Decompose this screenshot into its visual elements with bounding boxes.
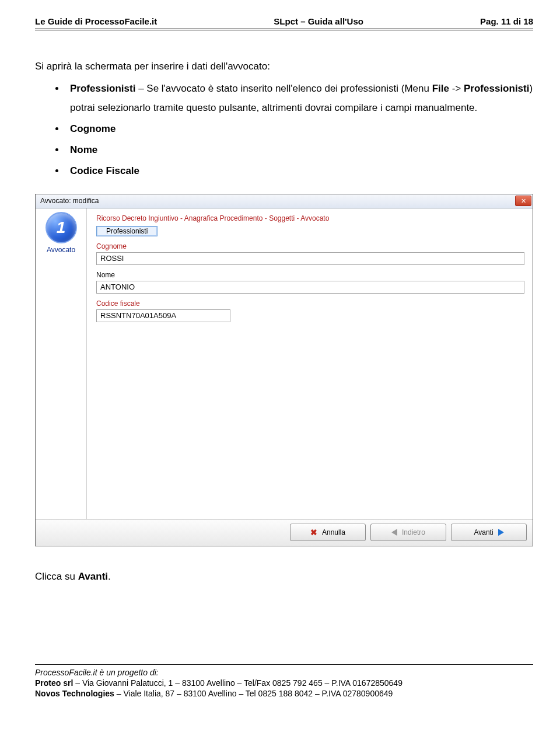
intro-text: Si aprirà la schermata per inserire i da… — [35, 57, 533, 76]
label-nome: Nome — [96, 271, 524, 279]
rule — [35, 29, 533, 29]
x-icon: ✖ — [310, 528, 317, 537]
step-sidebar: 1 Avvocato — [36, 208, 87, 519]
rule — [35, 30, 533, 30]
rule — [35, 664, 533, 665]
bullet-cognome: Cognome — [65, 120, 533, 138]
next-button[interactable]: Avanti — [451, 524, 527, 541]
page-footer: ProcessoFacile.it è un progetto di: Prot… — [35, 667, 533, 699]
after-text: Clicca su Avanti. — [35, 571, 533, 583]
input-cf[interactable] — [96, 309, 230, 322]
step-indicator: 1 — [46, 212, 77, 243]
input-cognome[interactable] — [96, 252, 524, 265]
page-header: Le Guide di ProcessoFacile.it SLpct – Gu… — [35, 16, 533, 27]
header-left: Le Guide di ProcessoFacile.it — [35, 16, 157, 26]
dialog-avvocato: Avvocato: modifica ✕ 1 Avvocato Ricorso … — [35, 194, 533, 546]
dialog-footer: ✖ Annulla Indietro Avanti — [36, 519, 533, 546]
bullet-nome: Nome — [65, 141, 533, 159]
input-nome[interactable] — [96, 281, 524, 294]
arrow-right-icon — [498, 529, 504, 536]
header-right: Pag. 11 di 18 — [480, 16, 533, 26]
back-button[interactable]: Indietro — [370, 524, 446, 541]
cancel-button[interactable]: ✖ Annulla — [290, 524, 366, 541]
step-label: Avvocato — [47, 246, 75, 254]
dialog-titlebar: Avvocato: modifica ✕ — [36, 194, 533, 208]
bullet-professionisti: Professionisti – Se l'avvocato è stato i… — [65, 79, 533, 117]
arrow-left-icon — [391, 529, 397, 536]
bullet-cf: Codice Fiscale — [65, 162, 533, 180]
dialog-title: Avvocato: modifica — [40, 197, 99, 205]
professionisti-button[interactable]: Professionisti — [96, 226, 158, 236]
label-cognome: Cognome — [96, 242, 524, 250]
label-cf: Codice fiscale — [96, 299, 524, 308]
close-button[interactable]: ✕ — [515, 196, 531, 206]
header-center: SLpct – Guida all'Uso — [274, 16, 363, 26]
breadcrumb: Ricorso Decreto Ingiuntivo - Anagrafica … — [96, 214, 524, 222]
